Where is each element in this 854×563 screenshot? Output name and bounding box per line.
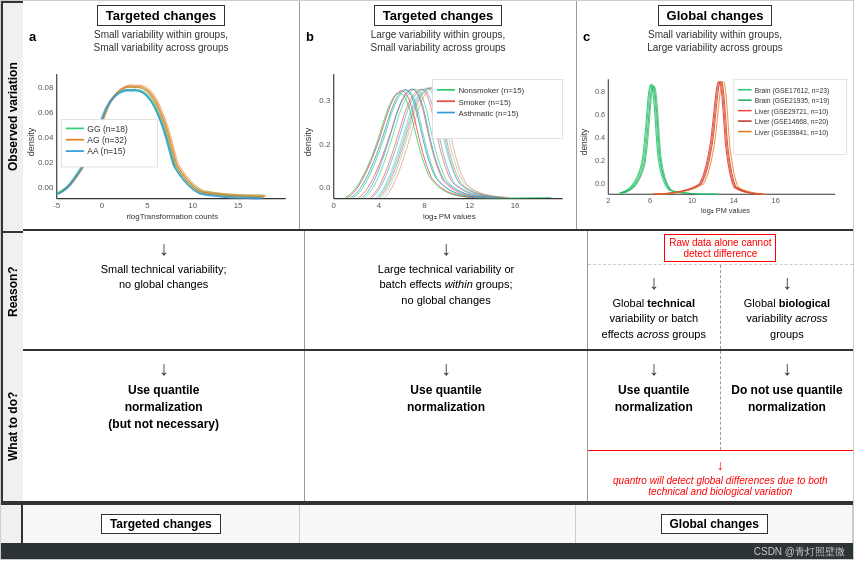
reason-c-tech: ↓ Global technicalvariability or batchef…: [588, 265, 721, 349]
svg-text:GG (n=18): GG (n=18): [87, 124, 128, 134]
arrow-todo-b: ↓: [441, 357, 451, 380]
svg-text:0.4: 0.4: [595, 133, 605, 142]
chart-b: density log₂ PM values 0.0 0.2 0.3 0 4 8…: [302, 57, 574, 227]
bottom-panel-1: Targeted changes: [23, 505, 300, 543]
svg-text:0.02: 0.02: [38, 158, 53, 167]
todo-c-tech: ↓ Use quantilenormalization: [588, 351, 721, 450]
svg-text:0.0: 0.0: [319, 183, 331, 192]
panel-b: Targeted changes Large variability withi…: [300, 1, 577, 229]
svg-text:AG (n=32): AG (n=32): [87, 135, 127, 145]
chart-a-area: density rlogTransformation counts 0.00 0…: [25, 57, 297, 227]
svg-text:10: 10: [688, 196, 696, 205]
svg-text:0: 0: [332, 201, 337, 210]
reason-text-c-tech: Global technicalvariability or batcheffe…: [602, 296, 706, 342]
panel-a-subtitle: Small variability within groups,Small va…: [93, 28, 228, 54]
arrow-b-down: ↓: [441, 237, 451, 260]
svg-text:Brain (GSE21935, n=19): Brain (GSE21935, n=19): [755, 97, 830, 105]
todo-panel-a: ↓ Use quantilenormalization(but not nece…: [23, 351, 305, 501]
svg-text:log₂ PM values: log₂ PM values: [423, 212, 476, 221]
bottom-header-3: Global changes: [661, 514, 768, 534]
svg-text:0.04: 0.04: [38, 133, 54, 142]
panel-c-header: Global changes: [658, 5, 773, 26]
panel-a-letter: a: [29, 29, 36, 44]
svg-text:16: 16: [772, 196, 780, 205]
svg-text:0.3: 0.3: [319, 96, 331, 105]
svg-text:5: 5: [145, 201, 150, 210]
svg-text:0.8: 0.8: [595, 87, 605, 96]
svg-text:10: 10: [188, 201, 197, 210]
whattodo-row: ↓ Use quantilenormalization(but not nece…: [23, 351, 853, 501]
arrow-todo-c-bio: ↓: [782, 357, 792, 380]
svg-text:15: 15: [234, 201, 243, 210]
raw-data-notice: Raw data alone cannotdetect difference: [664, 234, 776, 262]
reason-text-b: Large technical variability orbatch effe…: [378, 262, 514, 308]
panel-c-letter: c: [583, 29, 590, 44]
panel-a: Targeted changes Small variability withi…: [23, 1, 300, 229]
svg-text:Nonsmoker (n=15): Nonsmoker (n=15): [458, 86, 524, 95]
todo-text-c-bio: Do not use quantilenormalization: [731, 382, 842, 416]
svg-text:16: 16: [511, 201, 520, 210]
todo-text-c-tech: Use quantilenormalization: [615, 382, 693, 416]
reason-row: ↓ Small technical variability;no global …: [23, 231, 853, 351]
svg-text:0.06: 0.06: [38, 108, 54, 117]
content-area: Targeted changes Small variability withi…: [23, 1, 853, 501]
panel-c: Global changes Small variability within …: [577, 1, 853, 229]
svg-text:0.0: 0.0: [595, 179, 605, 188]
footer: CSDN @青灯照壁微: [1, 543, 853, 559]
row-labels: Observed variation Reason? What to do?: [1, 1, 23, 501]
arrow-quantro: ↓: [594, 457, 847, 473]
svg-text:2: 2: [606, 196, 610, 205]
svg-text:Smoker (n=15): Smoker (n=15): [458, 98, 511, 107]
reason-text-a: Small technical variability;no global ch…: [101, 262, 227, 293]
todo-panel-b: ↓ Use quantilenormalization: [305, 351, 587, 501]
todo-c-bio: ↓ Do not use quantilenormalization: [721, 351, 853, 450]
svg-text:Liver (GSE39841, n=10): Liver (GSE39841, n=10): [755, 129, 829, 137]
reason-panel-b: ↓ Large technical variability orbatch ef…: [305, 231, 587, 349]
svg-text:density: density: [26, 127, 36, 156]
arrow-c-bio: ↓: [782, 271, 792, 294]
bottom-panel-2: [300, 505, 577, 543]
svg-text:AA (n=15): AA (n=15): [87, 146, 125, 156]
reason-text-c-bio: Global biologicalvariability acrossgroup…: [744, 296, 830, 342]
todo-text-a: Use quantilenormalization(but not necess…: [108, 382, 219, 432]
svg-text:rlogTransformation counts: rlogTransformation counts: [126, 212, 218, 221]
svg-text:Brain (GSE17612, n=23): Brain (GSE17612, n=23): [755, 87, 830, 95]
svg-text:Liver (GSE14668, n=20): Liver (GSE14668, n=20): [755, 118, 829, 126]
observed-row: Targeted changes Small variability withi…: [23, 1, 853, 231]
panel-c-subtitle: Small variability within groups,Large va…: [647, 28, 783, 54]
todo-text-b: Use quantilenormalization: [407, 382, 485, 416]
svg-text:0.2: 0.2: [319, 140, 330, 149]
svg-text:8: 8: [422, 201, 427, 210]
chart-c: density log₂ PM values 0.0 0.2 0.4 0.6 0…: [579, 57, 851, 227]
quantro-text: quantro will detect global differences d…: [594, 475, 847, 497]
svg-text:0.2: 0.2: [595, 156, 605, 165]
chart-b-area: density log₂ PM values 0.0 0.2 0.3 0 4 8…: [302, 57, 574, 227]
svg-text:0: 0: [100, 201, 105, 210]
arrow-todo-a: ↓: [159, 357, 169, 380]
svg-text:log₂ PM values: log₂ PM values: [701, 206, 750, 215]
svg-text:0.00: 0.00: [38, 183, 54, 192]
bottom-partial: Targeted changes Global changes: [1, 503, 853, 543]
panel-b-letter: b: [306, 29, 314, 44]
panel-a-header: Targeted changes: [97, 5, 225, 26]
arrow-a-down: ↓: [159, 237, 169, 260]
bottom-panel-3: Global changes: [576, 505, 853, 543]
chart-c-area: density log₂ PM values 0.0 0.2 0.4 0.6 0…: [579, 57, 851, 227]
reason-panel-c: Raw data alone cannotdetect difference ↓…: [588, 231, 853, 349]
arrow-todo-c-tech: ↓: [649, 357, 659, 380]
svg-text:0.6: 0.6: [595, 110, 605, 119]
chart-a: density rlogTransformation counts 0.00 0…: [25, 57, 297, 227]
svg-text:density: density: [579, 128, 589, 155]
bottom-header-1: Targeted changes: [101, 514, 221, 534]
svg-text:-5: -5: [53, 201, 61, 210]
label-whattodo: What to do?: [1, 351, 23, 501]
reason-c-bio: ↓ Global biologicalvariability acrossgro…: [721, 265, 853, 349]
label-observed: Observed variation: [1, 1, 23, 231]
svg-text:6: 6: [648, 196, 652, 205]
svg-text:Liver (GSE29721, n=10): Liver (GSE29721, n=10): [755, 108, 829, 116]
todo-panel-c: ↓ Use quantilenormalization ↓ Do not use…: [588, 351, 853, 501]
svg-text:12: 12: [465, 201, 474, 210]
svg-text:density: density: [303, 127, 313, 156]
top-section: Observed variation Reason? What to do? T…: [1, 1, 853, 503]
svg-text:14: 14: [730, 196, 738, 205]
